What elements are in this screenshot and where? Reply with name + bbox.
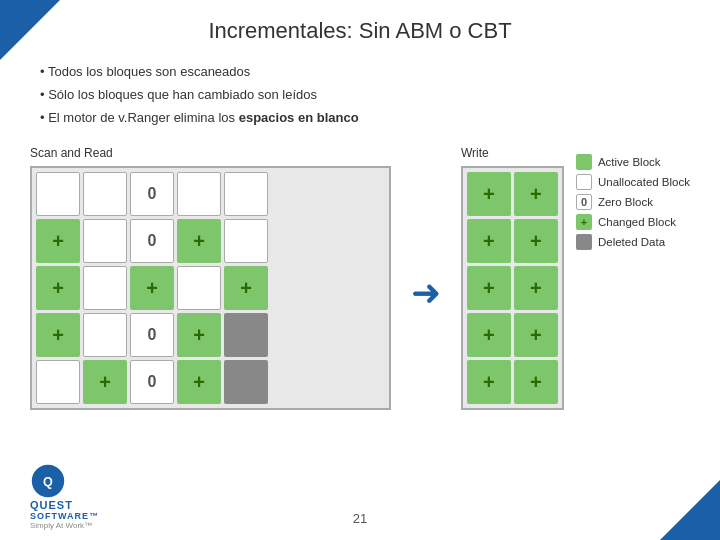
corner-decoration-tl <box>0 0 60 60</box>
page-title: Incrementales: Sin ABM o CBT <box>0 0 720 54</box>
plus-icon: + <box>52 277 64 300</box>
legend-changed-label: Changed Block <box>598 216 676 228</box>
write-label: Write <box>461 146 564 160</box>
legend-active: Active Block <box>576 154 690 170</box>
svg-text:Q: Q <box>43 475 53 489</box>
arrow-section: ➜ <box>411 146 441 410</box>
bullet-3-text: • El motor de v.Ranger elimina los <box>40 110 239 125</box>
cell-r3c5: + <box>224 266 268 310</box>
cell-r4c4: + <box>177 313 221 357</box>
wc-r1c2: + <box>514 172 558 216</box>
plus-icon: + <box>530 371 542 394</box>
bullet-2: • Sólo los bloques que han cambiado son … <box>40 85 680 106</box>
wc-r2c1: + <box>467 219 511 263</box>
cell-r2c1: + <box>36 219 80 263</box>
cell-r2c2 <box>83 219 127 263</box>
cell-r1c5 <box>224 172 268 216</box>
wc-r5c2: + <box>514 360 558 404</box>
cell-r1c1 <box>36 172 80 216</box>
cell-r5c5 <box>224 360 268 404</box>
plus-icon: + <box>483 277 495 300</box>
legend: Active Block Unallocated Block 0 Zero Bl… <box>576 146 690 250</box>
cell-r5c1 <box>36 360 80 404</box>
quest-software-text: SOFTWARE™ <box>30 511 99 521</box>
quest-logo-icon: Q <box>30 463 66 499</box>
plus-icon: + <box>483 183 495 206</box>
cell-r1c2 <box>83 172 127 216</box>
quest-brand-text: QUEST <box>30 499 73 511</box>
bullet-1: • Todos los bloques son escaneados <box>40 62 680 83</box>
plus-icon: + <box>530 230 542 253</box>
main-content: Scan and Read 0 + 0 + + + + + 0 + <box>0 138 720 410</box>
plus-icon: + <box>240 277 252 300</box>
plus-icon: + <box>483 324 495 347</box>
legend-unalloc-label: Unallocated Block <box>598 176 690 188</box>
wc-r3c2: + <box>514 266 558 310</box>
plus-icon: + <box>99 371 111 394</box>
wc-r4c2: + <box>514 313 558 357</box>
cell-r5c3: 0 <box>130 360 174 404</box>
wc-r5c1: + <box>467 360 511 404</box>
legend-zero: 0 Zero Block <box>576 194 690 210</box>
legend-active-label: Active Block <box>598 156 661 168</box>
wc-r4c1: + <box>467 313 511 357</box>
legend-deleted: Deleted Data <box>576 234 690 250</box>
cell-r3c2 <box>83 266 127 310</box>
plus-icon: + <box>52 324 64 347</box>
plus-icon: + <box>530 277 542 300</box>
bullets-section: • Todos los bloques son escaneados • Sól… <box>0 54 720 138</box>
legend-unalloc: Unallocated Block <box>576 174 690 190</box>
cell-r3c3: + <box>130 266 174 310</box>
arrow-icon: ➜ <box>411 272 441 314</box>
legend-zero-box: 0 <box>576 194 592 210</box>
corner-decoration-br <box>660 480 720 540</box>
cell-r5c4: + <box>177 360 221 404</box>
plus-icon: + <box>193 371 205 394</box>
cell-r4c3: 0 <box>130 313 174 357</box>
plus-icon: + <box>483 371 495 394</box>
plus-icon: + <box>193 324 205 347</box>
plus-icon: + <box>530 324 542 347</box>
wc-r2c2: + <box>514 219 558 263</box>
right-panel: Write + + + + + + + + + + <box>461 146 690 410</box>
zero-icon: 0 <box>148 185 157 203</box>
scan-grid: 0 + 0 + + + + + 0 + + 0 + <box>30 166 391 410</box>
wc-r1c1: + <box>467 172 511 216</box>
cell-r4c2 <box>83 313 127 357</box>
legend-changed-box: + <box>576 214 592 230</box>
plus-icon: + <box>52 230 64 253</box>
cell-r4c5 <box>224 313 268 357</box>
plus-icon: + <box>193 230 205 253</box>
plus-icon: + <box>146 277 158 300</box>
write-grid: + + + + + + + + + + <box>461 166 564 410</box>
scan-read-section: Scan and Read 0 + 0 + + + + + 0 + <box>30 146 391 410</box>
cell-r2c5 <box>224 219 268 263</box>
wc-r3c1: + <box>467 266 511 310</box>
cell-r4c1: + <box>36 313 80 357</box>
quest-logo: Q QUEST SOFTWARE™ Simply At Work™ <box>30 463 99 530</box>
zero-icon: 0 <box>148 373 157 391</box>
cell-r3c4 <box>177 266 221 310</box>
cell-r1c3: 0 <box>130 172 174 216</box>
legend-active-box <box>576 154 592 170</box>
plus-icon: + <box>483 230 495 253</box>
cell-r1c4 <box>177 172 221 216</box>
legend-zero-label: Zero Block <box>598 196 653 208</box>
legend-unalloc-box <box>576 174 592 190</box>
zero-icon: 0 <box>148 232 157 250</box>
legend-changed: + Changed Block <box>576 214 690 230</box>
scan-label: Scan and Read <box>30 146 391 160</box>
legend-deleted-box <box>576 234 592 250</box>
cell-r2c4: + <box>177 219 221 263</box>
zero-icon: 0 <box>148 326 157 344</box>
legend-deleted-label: Deleted Data <box>598 236 665 248</box>
write-section: Write + + + + + + + + + + <box>461 146 564 410</box>
cell-r2c3: 0 <box>130 219 174 263</box>
quest-tagline: Simply At Work™ <box>30 521 92 530</box>
bullet-3-bold: espacios en blanco <box>239 110 359 125</box>
plus-icon: + <box>530 183 542 206</box>
cell-r3c1: + <box>36 266 80 310</box>
bullet-3: • El motor de v.Ranger elimina los espac… <box>40 108 680 129</box>
cell-r5c2: + <box>83 360 127 404</box>
page-number: 21 <box>353 511 367 526</box>
